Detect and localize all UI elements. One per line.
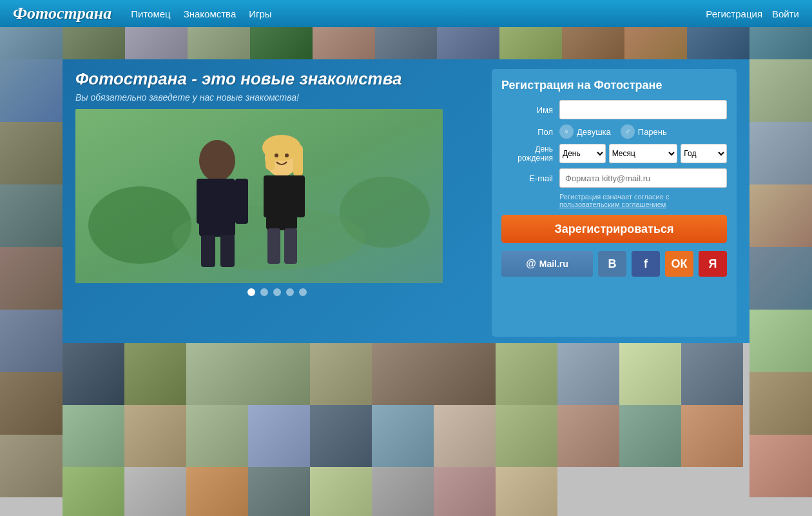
social-mail-btn[interactable]: @ Mail.ru [501,251,593,277]
gender-options: ♀ Девушка ♂ Парень [559,124,667,139]
grid-photo-3[interactable] [186,343,248,405]
center: Фотострана - это новые знакомства Вы обя… [63,59,749,516]
social-ya-btn[interactable]: Я [699,251,727,277]
grid-photo-10[interactable] [619,343,681,405]
nav-pet[interactable]: Питомец [131,8,170,19]
register-button[interactable]: Зарегистрироваться [501,215,727,243]
top-photo-8[interactable] [437,27,499,59]
left-photo-2[interactable] [0,122,63,184]
right-strip [749,59,812,516]
grid-photo-9[interactable] [557,343,619,405]
grid-photo-24[interactable] [124,467,186,516]
grid-photo-19[interactable] [496,405,557,467]
grid-photo-2[interactable] [124,343,186,405]
left-photo-7[interactable] [0,435,63,497]
photo-grid [63,343,749,516]
right-photo-2[interactable] [749,122,812,184]
top-photo-7[interactable] [375,27,438,59]
top-photo-2[interactable] [63,27,125,59]
reg-note: Регистрация означает согласие с пользова… [559,193,727,208]
slide-dot-1[interactable] [247,288,255,296]
grid-photo-8[interactable] [496,343,557,405]
grid-photo-12[interactable] [63,405,124,467]
left-photo-3[interactable] [0,184,63,247]
grid-photo-5[interactable] [310,343,372,405]
right-photo-7[interactable] [749,435,812,497]
hero-left: Фотострана - это новые знакомства Вы обя… [75,69,479,337]
right-photo-5[interactable] [749,310,812,372]
top-photo-1[interactable] [0,27,63,59]
slideshow[interactable] [75,109,443,283]
social-fb-btn[interactable]: f [632,251,660,277]
logo[interactable]: Фотострана [13,4,111,23]
top-photo-12[interactable] [687,27,749,59]
day-select[interactable]: День [559,144,606,163]
right-photo-4[interactable] [749,247,812,310]
top-photo-6[interactable] [313,27,375,59]
left-photo-4[interactable] [0,247,63,310]
social-ok-btn[interactable]: ОК [665,251,693,277]
gender-male[interactable]: ♂ Парень [621,124,667,139]
left-strip [0,59,63,516]
top-photo-11[interactable] [624,27,687,59]
top-photo-9[interactable] [499,27,562,59]
vk-icon: В [608,257,617,271]
social-vk-btn[interactable]: В [598,251,626,277]
grid-photo-4[interactable] [248,343,310,405]
grid-photo-6[interactable] [372,343,434,405]
gender-female[interactable]: ♀ Девушка [559,124,611,139]
top-photo-13[interactable] [749,27,812,59]
svg-point-5 [199,140,235,181]
grid-photo-28[interactable] [372,467,434,516]
slide-dot-2[interactable] [260,288,268,296]
year-select[interactable]: Год [681,144,727,163]
grid-photo-27[interactable] [310,467,372,516]
nav-games[interactable]: Игры [249,8,271,19]
grid-photo-30[interactable] [496,467,557,516]
email-input[interactable] [559,168,727,188]
right-photo-3[interactable] [749,184,812,247]
gender-row: Пол ♀ Девушка ♂ Парень [501,124,727,139]
grid-photo-22[interactable] [681,405,743,467]
svg-rect-10 [220,235,235,267]
grid-photo-14[interactable] [186,405,248,467]
slide-dot-5[interactable] [299,288,307,296]
top-photo-5[interactable] [250,27,313,59]
nav-login[interactable]: Войти [772,8,799,19]
slide-dot-4[interactable] [286,288,294,296]
grid-photo-7[interactable] [434,343,496,405]
grid-photo-1[interactable] [63,343,124,405]
right-photo-6[interactable] [749,372,812,435]
grid-photo-23[interactable] [63,467,124,516]
name-input[interactable] [559,100,727,119]
nav-dating[interactable]: Знакомства [184,8,237,19]
grid-photo-20[interactable] [557,405,619,467]
svg-rect-17 [293,175,305,217]
grid-photo-25[interactable] [186,467,248,516]
grid-photo-21[interactable] [619,405,681,467]
grid-photo-15[interactable] [248,405,310,467]
grid-photo-13[interactable] [124,405,186,467]
grid-photo-26[interactable] [248,467,310,516]
terms-link[interactable]: пользовательским соглашением [559,201,666,208]
month-select[interactable]: Месяц [609,144,678,163]
svg-point-20 [275,154,278,157]
left-photo-1[interactable] [0,59,63,122]
grid-photo-16[interactable] [310,405,372,467]
top-photo-3[interactable] [125,27,188,59]
slide-dot-3[interactable] [273,288,281,296]
right-photo-1[interactable] [749,59,812,122]
top-photo-10[interactable] [562,27,624,59]
left-photo-6[interactable] [0,372,63,435]
left-photo-5[interactable] [0,310,63,372]
ya-icon: Я [709,257,717,271]
grid-photo-17[interactable] [372,405,434,467]
grid-photo-29[interactable] [434,467,496,516]
top-photo-4[interactable] [188,27,250,59]
grid-photo-11[interactable] [681,343,743,405]
hero-subtitle: Вы обязательно заведете у нас новые знак… [75,92,479,103]
hero-title: Фотострана - это новые знакомства [75,69,479,89]
nav-register[interactable]: Регистрация [706,8,762,19]
name-row: Имя [501,100,727,119]
grid-photo-18[interactable] [434,405,496,467]
